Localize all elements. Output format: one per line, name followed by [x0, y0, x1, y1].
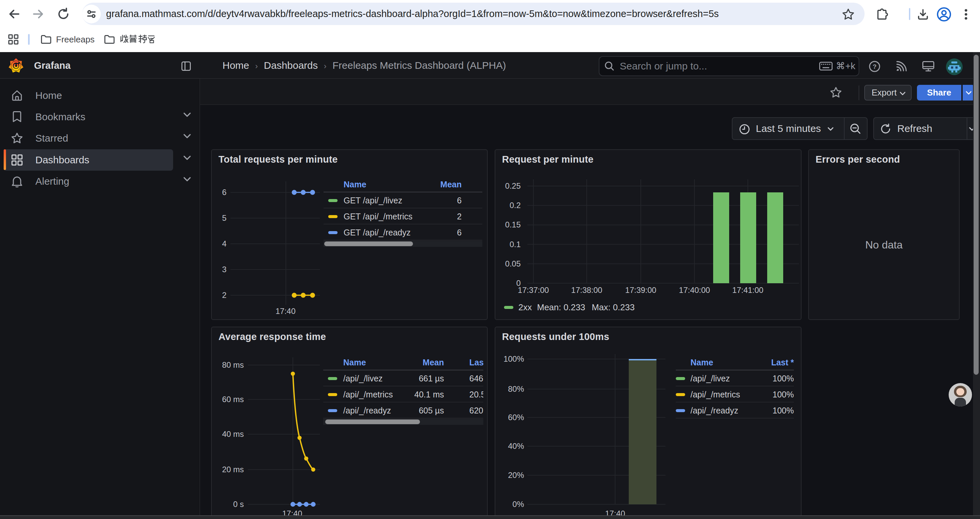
- svg-text:0.15: 0.15: [505, 220, 521, 229]
- svg-text:4: 4: [222, 239, 226, 248]
- svg-text:17:40:00: 17:40:00: [679, 286, 710, 295]
- svg-text:5: 5: [222, 213, 226, 222]
- svg-text:0.1: 0.1: [510, 240, 521, 249]
- svg-text:0%: 0%: [512, 500, 524, 509]
- svg-text:40 ms: 40 ms: [222, 430, 244, 439]
- svg-text:3: 3: [222, 265, 226, 274]
- svg-text:20%: 20%: [508, 471, 524, 480]
- svg-text:40%: 40%: [508, 442, 524, 450]
- svg-text:0 s: 0 s: [233, 500, 244, 509]
- svg-text:Mean: 0.233: Mean: 0.233: [537, 302, 585, 312]
- svg-text:2xx: 2xx: [519, 302, 532, 312]
- svg-text:Max: 0.233: Max: 0.233: [592, 302, 635, 312]
- svg-text:60%: 60%: [508, 413, 524, 422]
- svg-text:?: ?: [873, 63, 877, 70]
- svg-text:0.2: 0.2: [510, 201, 521, 210]
- svg-text:17:40: 17:40: [275, 307, 296, 316]
- svg-text:100%: 100%: [504, 355, 524, 363]
- svg-text:2: 2: [222, 291, 226, 300]
- svg-text:17:38:00: 17:38:00: [571, 286, 602, 295]
- svg-text:80%: 80%: [508, 385, 524, 393]
- svg-text:0.25: 0.25: [505, 181, 521, 190]
- svg-text:6: 6: [222, 188, 226, 197]
- svg-text:80 ms: 80 ms: [222, 360, 244, 369]
- svg-text:17:39:00: 17:39:00: [625, 286, 656, 295]
- svg-text:0.05: 0.05: [505, 259, 521, 268]
- svg-text:60 ms: 60 ms: [222, 395, 244, 404]
- svg-text:17:37:00: 17:37:00: [518, 286, 549, 295]
- svg-text:20 ms: 20 ms: [222, 465, 244, 474]
- svg-text:17:41:00: 17:41:00: [732, 286, 763, 295]
